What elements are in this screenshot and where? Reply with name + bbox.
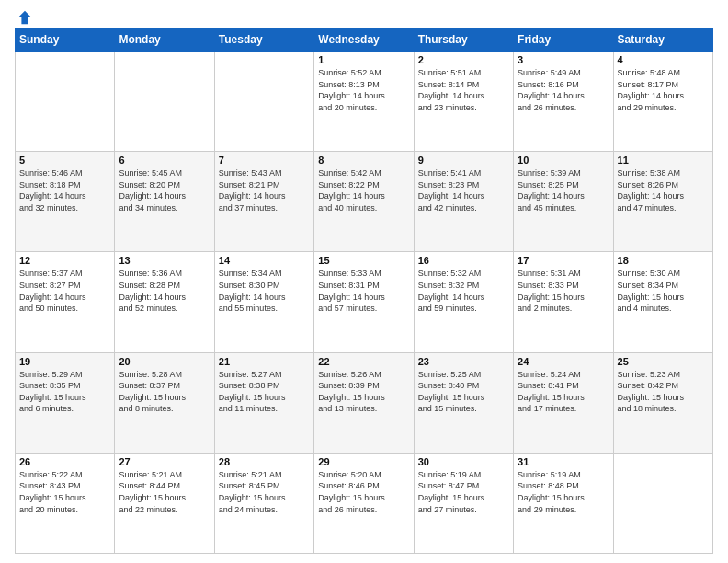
day-info: Sunrise: 5:49 AM Sunset: 8:16 PM Dayligh… [518, 67, 609, 113]
day-info: Sunrise: 5:34 AM Sunset: 8:30 PM Dayligh… [219, 268, 310, 314]
day-info: Sunrise: 5:19 AM Sunset: 8:48 PM Dayligh… [518, 469, 609, 515]
col-header-tuesday: Tuesday [214, 29, 313, 52]
day-info: Sunrise: 5:36 AM Sunset: 8:28 PM Dayligh… [119, 268, 210, 314]
day-cell: 6Sunrise: 5:45 AM Sunset: 8:20 PM Daylig… [115, 152, 214, 252]
day-number: 6 [119, 155, 210, 166]
calendar-table: SundayMondayTuesdayWednesdayThursdayFrid… [15, 28, 713, 554]
day-number: 5 [19, 155, 110, 166]
day-number: 13 [119, 255, 210, 266]
day-cell: 24Sunrise: 5:24 AM Sunset: 8:41 PM Dayli… [514, 352, 613, 453]
day-number: 24 [518, 356, 609, 367]
day-info: Sunrise: 5:19 AM Sunset: 8:47 PM Dayligh… [418, 469, 509, 515]
day-cell: 21Sunrise: 5:27 AM Sunset: 8:38 PM Dayli… [214, 352, 313, 453]
day-info: Sunrise: 5:48 AM Sunset: 8:17 PM Dayligh… [618, 67, 709, 113]
day-cell: 13Sunrise: 5:36 AM Sunset: 8:28 PM Dayli… [115, 252, 214, 352]
page: SundayMondayTuesdayWednesdayThursdayFrid… [0, 0, 728, 563]
day-cell: 14Sunrise: 5:34 AM Sunset: 8:30 PM Dayli… [214, 252, 313, 352]
day-info: Sunrise: 5:42 AM Sunset: 8:22 PM Dayligh… [318, 167, 409, 213]
day-info: Sunrise: 5:23 AM Sunset: 8:42 PM Dayligh… [618, 369, 709, 415]
day-number: 26 [19, 456, 110, 467]
day-info: Sunrise: 5:20 AM Sunset: 8:46 PM Dayligh… [318, 469, 409, 515]
day-cell: 22Sunrise: 5:26 AM Sunset: 8:39 PM Dayli… [314, 352, 414, 453]
day-number: 31 [518, 456, 609, 467]
day-info: Sunrise: 5:33 AM Sunset: 8:31 PM Dayligh… [318, 268, 409, 314]
svg-marker-0 [18, 11, 31, 24]
day-cell: 10Sunrise: 5:39 AM Sunset: 8:25 PM Dayli… [514, 152, 613, 252]
day-cell: 8Sunrise: 5:42 AM Sunset: 8:22 PM Daylig… [314, 152, 414, 252]
day-number: 4 [618, 54, 709, 65]
calendar-header-row: SundayMondayTuesdayWednesdayThursdayFrid… [16, 29, 713, 52]
day-cell: 1Sunrise: 5:52 AM Sunset: 8:13 PM Daylig… [314, 52, 414, 152]
day-number: 22 [318, 356, 409, 367]
day-info: Sunrise: 5:28 AM Sunset: 8:37 PM Dayligh… [119, 369, 210, 415]
day-info: Sunrise: 5:30 AM Sunset: 8:34 PM Dayligh… [618, 268, 709, 314]
day-cell: 26Sunrise: 5:22 AM Sunset: 8:43 PM Dayli… [16, 453, 115, 553]
day-cell [613, 453, 712, 553]
day-number: 28 [219, 456, 310, 467]
day-info: Sunrise: 5:41 AM Sunset: 8:23 PM Dayligh… [418, 167, 509, 213]
day-cell: 19Sunrise: 5:29 AM Sunset: 8:35 PM Dayli… [16, 352, 115, 453]
week-row-4: 19Sunrise: 5:29 AM Sunset: 8:35 PM Dayli… [16, 352, 713, 453]
week-row-2: 5Sunrise: 5:46 AM Sunset: 8:18 PM Daylig… [16, 152, 713, 252]
day-cell: 18Sunrise: 5:30 AM Sunset: 8:34 PM Dayli… [613, 252, 712, 352]
day-number: 21 [219, 356, 310, 367]
day-cell [214, 52, 313, 152]
day-number: 19 [19, 356, 110, 367]
day-info: Sunrise: 5:52 AM Sunset: 8:13 PM Dayligh… [318, 67, 409, 113]
day-cell: 17Sunrise: 5:31 AM Sunset: 8:33 PM Dayli… [514, 252, 613, 352]
day-number: 23 [418, 356, 509, 367]
day-number: 30 [418, 456, 509, 467]
col-header-thursday: Thursday [414, 29, 513, 52]
day-info: Sunrise: 5:26 AM Sunset: 8:39 PM Dayligh… [318, 369, 409, 415]
day-cell: 2Sunrise: 5:51 AM Sunset: 8:14 PM Daylig… [414, 52, 513, 152]
day-number: 8 [318, 155, 409, 166]
day-number: 11 [618, 155, 709, 166]
day-number: 12 [19, 255, 110, 266]
week-row-5: 26Sunrise: 5:22 AM Sunset: 8:43 PM Dayli… [16, 453, 713, 553]
day-number: 7 [219, 155, 310, 166]
week-row-3: 12Sunrise: 5:37 AM Sunset: 8:27 PM Dayli… [16, 252, 713, 352]
logo [15, 9, 33, 22]
day-number: 15 [318, 255, 409, 266]
day-cell: 30Sunrise: 5:19 AM Sunset: 8:47 PM Dayli… [414, 453, 513, 553]
day-cell: 29Sunrise: 5:20 AM Sunset: 8:46 PM Dayli… [314, 453, 414, 553]
day-cell: 9Sunrise: 5:41 AM Sunset: 8:23 PM Daylig… [414, 152, 513, 252]
day-info: Sunrise: 5:31 AM Sunset: 8:33 PM Dayligh… [518, 268, 609, 314]
logo-text [15, 9, 33, 26]
day-cell: 23Sunrise: 5:25 AM Sunset: 8:40 PM Dayli… [414, 352, 513, 453]
day-cell: 3Sunrise: 5:49 AM Sunset: 8:16 PM Daylig… [514, 52, 613, 152]
day-number: 1 [318, 54, 409, 65]
col-header-friday: Friday [514, 29, 613, 52]
day-number: 2 [418, 54, 509, 65]
day-info: Sunrise: 5:46 AM Sunset: 8:18 PM Dayligh… [19, 167, 110, 213]
day-number: 20 [119, 356, 210, 367]
day-number: 18 [618, 255, 709, 266]
day-cell: 15Sunrise: 5:33 AM Sunset: 8:31 PM Dayli… [314, 252, 414, 352]
day-info: Sunrise: 5:25 AM Sunset: 8:40 PM Dayligh… [418, 369, 509, 415]
day-number: 14 [219, 255, 310, 266]
day-number: 10 [518, 155, 609, 166]
day-info: Sunrise: 5:22 AM Sunset: 8:43 PM Dayligh… [19, 469, 110, 515]
day-info: Sunrise: 5:32 AM Sunset: 8:32 PM Dayligh… [418, 268, 509, 314]
day-number: 25 [618, 356, 709, 367]
day-info: Sunrise: 5:21 AM Sunset: 8:45 PM Dayligh… [219, 469, 310, 515]
day-cell [115, 52, 214, 152]
day-info: Sunrise: 5:29 AM Sunset: 8:35 PM Dayligh… [19, 369, 110, 415]
header [15, 9, 713, 22]
day-cell: 7Sunrise: 5:43 AM Sunset: 8:21 PM Daylig… [214, 152, 313, 252]
day-cell: 31Sunrise: 5:19 AM Sunset: 8:48 PM Dayli… [514, 453, 613, 553]
day-cell: 28Sunrise: 5:21 AM Sunset: 8:45 PM Dayli… [214, 453, 313, 553]
day-number: 17 [518, 255, 609, 266]
day-number: 16 [418, 255, 509, 266]
day-cell: 11Sunrise: 5:38 AM Sunset: 8:26 PM Dayli… [613, 152, 712, 252]
day-info: Sunrise: 5:21 AM Sunset: 8:44 PM Dayligh… [119, 469, 210, 515]
day-cell: 16Sunrise: 5:32 AM Sunset: 8:32 PM Dayli… [414, 252, 513, 352]
col-header-sunday: Sunday [16, 29, 115, 52]
day-number: 27 [119, 456, 210, 467]
week-row-1: 1Sunrise: 5:52 AM Sunset: 8:13 PM Daylig… [16, 52, 713, 152]
day-info: Sunrise: 5:43 AM Sunset: 8:21 PM Dayligh… [219, 167, 310, 213]
col-header-monday: Monday [115, 29, 214, 52]
day-info: Sunrise: 5:38 AM Sunset: 8:26 PM Dayligh… [618, 167, 709, 213]
day-number: 3 [518, 54, 609, 65]
day-cell: 20Sunrise: 5:28 AM Sunset: 8:37 PM Dayli… [115, 352, 214, 453]
